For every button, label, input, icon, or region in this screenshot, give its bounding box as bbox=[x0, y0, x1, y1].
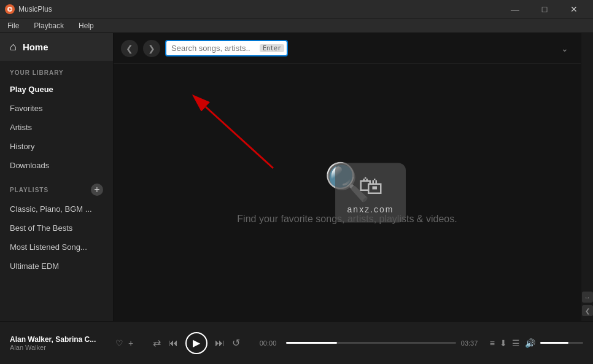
sidebar-home-label: Home bbox=[23, 42, 48, 52]
dropdown-arrow-button[interactable]: ⌄ bbox=[556, 40, 573, 57]
annotation-arrow bbox=[187, 95, 285, 174]
watermark-icon: 🛍 bbox=[359, 171, 383, 199]
title-bar-controls: — □ ✕ bbox=[501, 0, 588, 18]
playlist-item-most-listened[interactable]: Most Listened Song... bbox=[0, 238, 113, 257]
playlist-item-classic[interactable]: Classic, Piano, BGM ... bbox=[0, 199, 113, 219]
back-icon: ❮ bbox=[126, 44, 133, 53]
player-bar: Alan Walker, Sabrina C... Alan Walker ♡ … bbox=[0, 321, 593, 364]
menu-bar: File Playback Help bbox=[0, 18, 593, 33]
forward-button[interactable]: ❯ bbox=[143, 40, 160, 57]
main-layout: ⌂ Home YOUR LIBRARY Play Queue Favorites… bbox=[0, 33, 593, 321]
playlist-item-best[interactable]: Best of The Bests bbox=[0, 219, 113, 238]
sidebar-item-history[interactable]: History bbox=[0, 137, 113, 156]
menu-help[interactable]: Help bbox=[76, 20, 96, 31]
playlists-label: PLAYLISTS bbox=[10, 187, 48, 193]
content-area: ❮ ❯ Enter ⌄ bbox=[114, 33, 581, 321]
sidebar-item-favorites[interactable]: Favorites bbox=[0, 99, 113, 118]
right-panel-btn-1[interactable]: ↔ bbox=[582, 292, 593, 303]
close-button[interactable]: ✕ bbox=[560, 0, 588, 18]
watermark: 🛍 anxz.com bbox=[335, 163, 406, 222]
download-icon[interactable]: ⬇ bbox=[500, 338, 507, 348]
play-button[interactable]: ▶ bbox=[185, 332, 207, 354]
maximize-button[interactable]: □ bbox=[530, 0, 559, 18]
minimize-button[interactable]: — bbox=[501, 0, 529, 18]
player-controls: ⇄ ⏮ ▶ ⏭ ↺ bbox=[141, 332, 252, 354]
volume-bar[interactable] bbox=[540, 342, 583, 344]
playlists-header: PLAYLISTS + bbox=[0, 175, 113, 199]
prev-button[interactable]: ⏮ bbox=[168, 338, 178, 349]
watermark-text: anxz.com bbox=[347, 204, 394, 214]
lyrics-icon[interactable]: ≡ bbox=[490, 338, 495, 348]
progress-fill bbox=[286, 342, 337, 344]
player-action-icons: ♡ + bbox=[115, 338, 133, 348]
home-icon: ⌂ bbox=[10, 41, 17, 53]
right-controls: ≡ ⬇ ☰ 🔊 bbox=[490, 338, 583, 348]
your-library-label: YOUR LIBRARY bbox=[0, 61, 113, 80]
content-header: ❮ ❯ Enter ⌄ bbox=[114, 33, 581, 64]
progress-bar[interactable] bbox=[286, 342, 456, 344]
svg-line-3 bbox=[206, 107, 273, 168]
search-box[interactable]: Enter bbox=[165, 40, 288, 56]
shuffle-button[interactable]: ⇄ bbox=[153, 337, 161, 349]
current-time: 00:00 bbox=[260, 339, 281, 347]
title-bar-left: MusicPlus bbox=[5, 4, 52, 14]
repeat-button[interactable]: ↺ bbox=[232, 337, 240, 349]
volume-fill bbox=[540, 342, 568, 344]
total-time: 03:37 bbox=[461, 339, 483, 347]
right-panel-btn-2[interactable]: ❮ bbox=[582, 305, 593, 316]
search-prompt-area: 🔍 Find your favorite songs, artists, pla… bbox=[114, 64, 581, 321]
queue-icon[interactable]: ☰ bbox=[512, 338, 520, 348]
forward-icon: ❯ bbox=[148, 44, 155, 53]
playlist-item-edm[interactable]: Ultimate EDM bbox=[0, 257, 113, 276]
title-bar: MusicPlus — □ ✕ bbox=[0, 0, 593, 18]
next-button[interactable]: ⏭ bbox=[215, 338, 225, 349]
menu-file[interactable]: File bbox=[5, 20, 21, 31]
add-to-playlist-icon[interactable]: + bbox=[128, 338, 133, 348]
track-artist: Alan Walker bbox=[10, 344, 108, 351]
track-name: Alan Walker, Sabrina C... bbox=[10, 335, 108, 344]
progress-section: 00:00 03:37 bbox=[260, 339, 483, 347]
menu-playback[interactable]: Playback bbox=[31, 20, 66, 31]
chevron-down-icon: ⌄ bbox=[561, 44, 568, 53]
sidebar-item-home[interactable]: ⌂ Home bbox=[0, 33, 113, 61]
right-panel: ↔ ❮ bbox=[581, 33, 593, 321]
sidebar-item-artists[interactable]: Artists bbox=[0, 118, 113, 137]
enter-badge: Enter bbox=[260, 44, 284, 52]
volume-icon[interactable]: 🔊 bbox=[525, 338, 535, 348]
sidebar: ⌂ Home YOUR LIBRARY Play Queue Favorites… bbox=[0, 33, 114, 321]
track-info: Alan Walker, Sabrina C... Alan Walker bbox=[10, 335, 108, 351]
play-icon: ▶ bbox=[193, 337, 200, 349]
back-button[interactable]: ❮ bbox=[121, 40, 138, 57]
favorite-icon[interactable]: ♡ bbox=[115, 338, 123, 348]
app-icon bbox=[5, 4, 15, 14]
sidebar-item-play-queue[interactable]: Play Queue bbox=[0, 80, 113, 99]
search-input[interactable] bbox=[171, 44, 257, 53]
app-title: MusicPlus bbox=[18, 5, 52, 14]
sidebar-item-downloads[interactable]: Downloads bbox=[0, 156, 113, 175]
add-playlist-button[interactable]: + bbox=[91, 184, 103, 196]
